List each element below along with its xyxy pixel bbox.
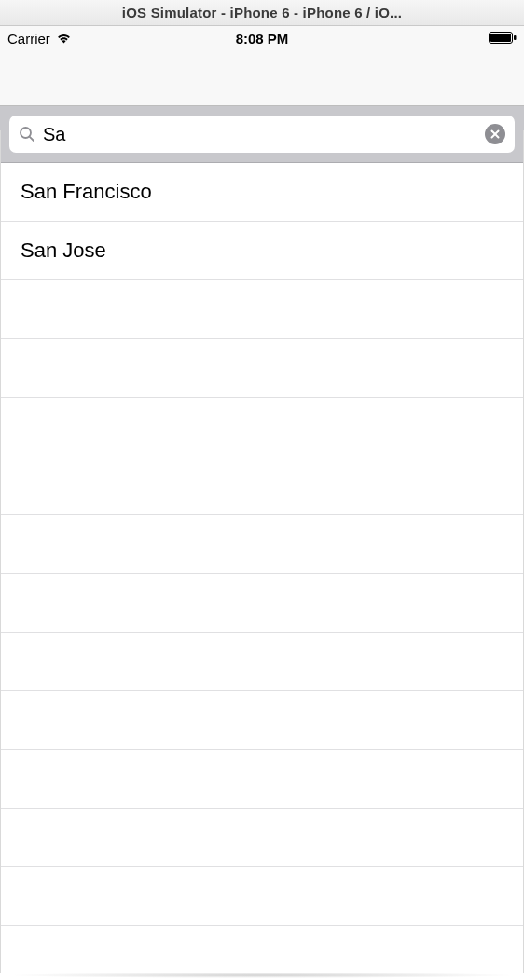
navigation-bar — [0, 50, 524, 106]
svg-rect-2 — [514, 35, 517, 40]
search-field[interactable] — [9, 116, 515, 153]
table-row — [0, 691, 524, 750]
table-row[interactable]: San Jose — [0, 222, 524, 280]
table-row — [0, 809, 524, 867]
results-table[interactable]: San FranciscoSan Jose — [0, 163, 524, 926]
table-row — [0, 867, 524, 926]
wifi-icon — [56, 33, 72, 44]
table-row — [0, 750, 524, 809]
close-icon — [490, 128, 500, 142]
status-bar: Carrier 8:08 PM — [0, 26, 524, 50]
search-bar — [0, 106, 524, 163]
clock-label: 8:08 PM — [236, 31, 289, 47]
simulator-titlebar: iOS Simulator - iPhone 6 - iPhone 6 / iO… — [0, 0, 524, 26]
frame-shadow — [6, 973, 518, 978]
table-row — [0, 633, 524, 691]
svg-rect-1 — [490, 34, 511, 42]
result-label: San Francisco — [21, 180, 152, 204]
table-row[interactable]: San Francisco — [0, 163, 524, 222]
table-row — [0, 574, 524, 633]
table-row — [0, 339, 524, 398]
search-icon — [19, 126, 35, 143]
table-row — [0, 456, 524, 515]
table-row — [0, 515, 524, 574]
frame-edge-left — [0, 130, 1, 973]
result-label: San Jose — [21, 238, 106, 263]
clear-search-button[interactable] — [485, 124, 505, 144]
search-input[interactable] — [43, 124, 477, 145]
svg-line-4 — [30, 137, 34, 141]
table-row — [0, 280, 524, 339]
table-row — [0, 398, 524, 456]
battery-icon — [489, 31, 517, 47]
carrier-label: Carrier — [7, 31, 50, 47]
simulator-title: iOS Simulator - iPhone 6 - iPhone 6 / iO… — [122, 5, 402, 20]
